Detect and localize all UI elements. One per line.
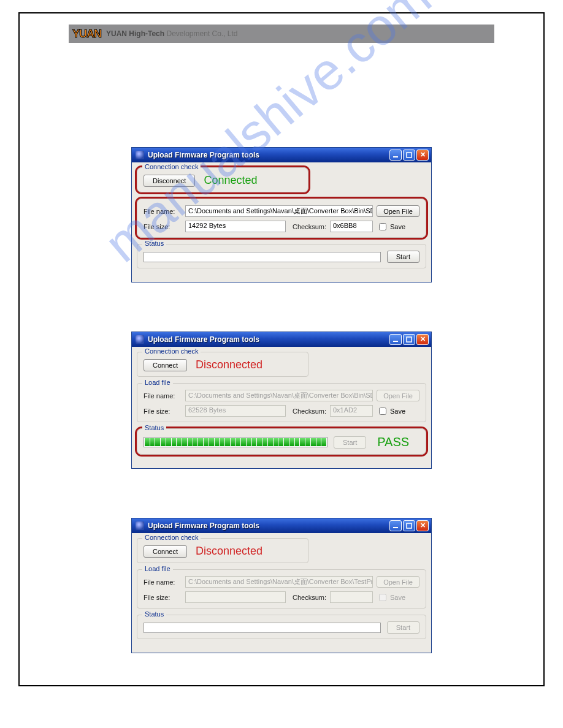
window-body: Connection check Disconnect Connected Fi… [132,162,431,282]
titlebar[interactable]: Upload Firmware Program tools ✕ [132,518,431,533]
save-label: Save [390,594,405,601]
company-name-light: Development Co., Ltd [164,29,237,38]
window-1: Upload Firmware Program tools ✕ Connecti… [131,147,432,282]
maximize-button[interactable] [403,334,415,345]
connection-groupbox: Connection check Disconnect Connected [137,167,308,192]
save-label: Save [390,223,405,230]
window-body: Connection check Connect Disconnected Lo… [132,347,431,468]
save-checkbox [379,594,386,601]
disconnect-button[interactable]: Disconnect [144,175,195,187]
window-title: Upload Firmware Program tools [148,151,389,159]
close-button[interactable]: ✕ [416,150,429,161]
progress-bar [144,437,327,447]
loadfile-groupbox: File name: C:\Documents and Settings\Nav… [137,199,426,238]
connect-button[interactable]: Connect [144,545,187,558]
start-button[interactable]: Start [387,251,419,263]
close-button[interactable]: ✕ [416,520,429,531]
svg-rect-0 [393,156,398,157]
loadfile-legend: Load file [142,379,173,386]
titlebar[interactable]: Upload Firmware Program tools ✕ [132,148,431,162]
connection-legend: Connection check [142,534,201,541]
svg-rect-2 [393,341,398,342]
connect-button[interactable]: Connect [144,359,187,371]
app-icon [136,521,144,530]
pass-text: PASS [377,435,409,449]
loadfile-legend: Load file [142,565,173,572]
titlebar[interactable]: Upload Firmware Program tools ✕ [132,332,431,347]
window-controls: ✕ [389,334,429,345]
start-button: Start [334,436,366,449]
loadfile-groupbox: Load file File name: C:\Documents and Se… [137,569,426,609]
status-groupbox: Status Start [137,615,426,639]
filesize-label: File size: [144,594,182,601]
connection-groupbox: Connection check Connect Disconnected [137,352,308,377]
window-controls: ✕ [389,150,429,161]
connection-groupbox: Connection check Connect Disconnected [137,538,308,563]
progress-bar [144,623,381,633]
open-file-button: Open File [377,576,419,588]
start-button: Start [387,621,419,634]
filename-field: C:\Documents and Settings\Navan\桌面\Conve… [185,390,373,401]
filename-field[interactable]: C:\Documents and Settings\Navan\桌面\Conve… [185,205,373,217]
filename-label: File name: [144,578,182,586]
filesize-label: File size: [144,408,182,415]
window-2: Upload Firmware Program tools ✕ Connecti… [131,332,432,469]
checksum-field: 0x1AD2 [330,405,373,417]
open-file-button[interactable]: Open File [377,205,419,217]
save-checkbox-wrap: Save [377,592,419,603]
checksum-label: Checksum: [289,594,326,601]
filesize-field: 14292 Bytes [185,221,286,232]
close-button[interactable]: ✕ [416,334,429,345]
company-name: YUAN High-Tech Development Co., Ltd [106,29,238,38]
open-file-button: Open File [377,390,419,401]
filename-label: File name: [144,208,182,215]
save-checkbox[interactable] [379,223,386,230]
window-body: Connection check Connect Disconnected Lo… [132,533,431,653]
svg-rect-1 [407,153,412,157]
status-groupbox: Status Start [137,244,426,268]
svg-rect-3 [407,337,412,342]
window-title: Upload Firmware Program tools [148,335,389,344]
status-legend: Status [142,424,166,431]
filename-field: C:\Documents and Settings\Navan\桌面\Conve… [185,576,373,588]
svg-rect-4 [393,527,398,528]
window-3: Upload Firmware Program tools ✕ Connecti… [131,518,432,653]
connection-status: Disconnected [196,545,262,558]
app-icon [136,335,144,344]
company-header: YUAN YUAN High-Tech Development Co., Ltd [69,25,494,43]
connection-status: Connected [204,174,257,187]
filesize-field [185,591,286,603]
connection-legend: Connection check [142,347,201,355]
progress-bar [144,252,381,262]
window-title: Upload Firmware Program tools [148,521,389,530]
connection-status: Disconnected [196,358,262,371]
maximize-button[interactable] [403,150,415,161]
window-controls: ✕ [389,520,429,531]
checksum-label: Checksum: [289,223,326,230]
status-legend: Status [142,240,166,247]
save-checkbox-wrap[interactable]: Save [377,221,419,232]
status-groupbox: Status Start PASS [137,428,426,455]
filesize-field: 62528 Bytes [185,405,286,417]
checksum-label: Checksum: [289,408,326,415]
maximize-button[interactable] [403,520,415,531]
company-name-bold: YUAN High-Tech [106,29,164,38]
checksum-field [330,591,373,603]
yuan-logo: YUAN [72,28,101,40]
save-label: Save [390,408,405,415]
loadfile-groupbox: Load file File name: C:\Documents and Se… [137,383,426,422]
save-checkbox[interactable] [379,408,386,415]
app-icon [136,151,144,159]
minimize-button[interactable] [389,334,402,345]
checksum-field: 0x6BB8 [330,221,373,232]
minimize-button[interactable] [389,520,402,531]
connection-legend: Connection check [142,163,201,170]
filename-label: File name: [144,392,182,400]
document-page: YUAN YUAN High-Tech Development Co., Ltd… [18,12,545,686]
status-legend: Status [142,610,166,618]
minimize-button[interactable] [389,150,402,161]
svg-rect-5 [407,523,412,528]
filesize-label: File size: [144,223,182,230]
save-checkbox-wrap[interactable]: Save [377,406,419,417]
connection-area: Connection check Disconnect Connected [137,167,426,192]
